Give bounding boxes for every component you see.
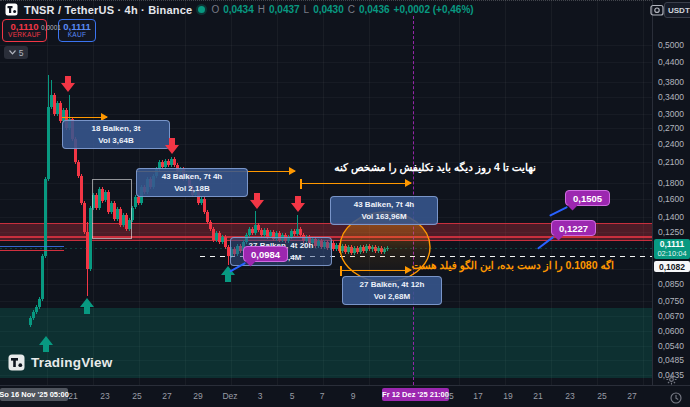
candle [77,162,80,176]
bar-countdown: 02:10:04 [654,250,690,258]
price-axis-tick: 0,1600 [658,194,684,204]
date-range-box[interactable]: 43 Balken, 7t 4hVol 2,18B [136,168,248,197]
object-tree-collapse-button[interactable]: 5 [4,46,28,59]
collapsed-count: 5 [19,48,24,58]
candle [206,212,209,222]
ohlc-low-value: 0,0430 [313,4,344,15]
spread-value: 0,0001 [41,24,58,31]
sell-label: VERKAUF [8,32,41,39]
annotation-note[interactable]: اگه 0.1080 را از دست بده، این الگو فیلد … [411,259,614,271]
range-bars-text: 43 Balken, 7t 4h [142,171,242,183]
gear-icon [666,374,677,385]
price-axis-tick: 0,1250 [658,227,684,237]
buy-signal-arrow[interactable] [39,336,53,352]
chart-surface[interactable]: 18 Balken, 3tVol 3,64B43 Balken, 7t 4hVo… [0,0,652,385]
ohlc-close-value: 0,0436 [359,4,390,15]
time-axis-tick: 23 [565,391,574,401]
sell-signal-arrow[interactable] [291,196,305,212]
arrow-up-icon [80,298,94,314]
arrow-down-icon [165,138,179,154]
sell-signal-arrow[interactable] [165,138,179,154]
date-range-box[interactable]: 18 Balken, 3tVol 3,64B [62,120,170,149]
symbol-title[interactable]: TNSR / TetherUS · 4h · Binance [24,4,192,16]
candle [83,203,86,232]
arrowhead-right-icon [405,179,412,187]
measure-arrow[interactable] [341,270,411,271]
screenshot-button[interactable] [650,3,664,17]
candle [44,179,47,256]
grid-hline [0,114,652,115]
first-bar-time-stamp: So 16 Nov '25 05:00 [0,388,68,401]
range-bars-text: 27 Balken, 4t 12h [348,279,436,291]
time-axis-tick: 27 [627,391,636,401]
price-axis-tick: 0,3800 [658,77,684,87]
grid-hline [0,45,652,46]
current-price-axis-label: 0,1111 02:10:04 [654,239,690,259]
time-axis-tick: 27 [162,391,171,401]
buy-signal-arrow[interactable] [80,298,94,314]
chart-header: TNSR / TetherUS · 4h · Binance O0,0434 H… [5,3,474,16]
price-tag[interactable]: 0,1505 [565,190,610,206]
price-axis-tick: 0,3000 [658,109,684,119]
measure-arrow[interactable] [301,183,411,184]
date-range-box[interactable]: 43 Balken, 7t 4hVol 163,96M [330,196,438,225]
arrow-down-icon [291,196,305,212]
range-volume-text: Vol 3,64B [68,135,164,147]
market-open-dot-icon [198,6,205,13]
buy-label: KAUF [68,32,87,39]
candle [80,176,83,204]
ohlc-readout: O0,0434 H0,0437 L0,0430 C0,0436 +0,0002 … [211,4,473,15]
measure-start-tick [300,179,302,189]
arrow-up-icon [39,336,53,352]
measure-arrow[interactable] [62,117,107,118]
time-axis-tick: 21 [533,391,542,401]
candle [32,312,35,318]
sell-signal-arrow[interactable] [250,193,264,209]
price-axis-tick: 0,0540 [658,341,684,351]
time-axis-tick: 7 [320,391,325,401]
price-axis-tick: 0,2700 [658,123,684,133]
clock-icon [670,392,682,404]
candle [41,256,44,300]
price-axis-tick: 0,3400 [658,92,684,102]
time-axis-tick: 17 [473,391,482,401]
time-axis[interactable]: So 16 Nov '25 05:00 Fr 12 Dez '25 21:00 … [0,385,690,407]
chevron-down-icon [9,50,16,55]
grid-hline [0,97,652,98]
ohlc-low-label: L [304,4,310,15]
camera-icon [650,3,664,17]
sell-signal-arrow[interactable] [61,76,75,92]
price-axis[interactable]: 0,1111 02:10:04 0,1082 0,50000,44000,380… [652,0,690,385]
price-axis-tick: 0,0670 [658,311,684,321]
time-axis-tick: 19 [503,391,512,401]
ohlc-open-value: 0,0434 [223,4,254,15]
price-tag[interactable]: 0,0984 [243,246,288,262]
range-volume-text: Vol 163,96M [336,211,432,223]
price-axis-tick: 0,0850 [658,279,684,289]
measure-rect[interactable] [92,179,132,239]
price-axis-tick: 0,5000 [658,40,684,50]
tradingview-watermark: TradingView [8,354,112,371]
currency-selector-button[interactable]: USDT ▾ [664,2,690,18]
grid-hline [0,82,652,83]
session-break-time-stamp: Fr 12 Dez '25 21:00 [382,388,449,401]
annotation-note[interactable]: نهایت تا 4 روز دیگه باید تکلیفش را مشخص … [334,161,536,173]
time-axis-tick: 21 [68,391,77,401]
arrowhead-right-icon [289,167,296,175]
price-axis-tick: 0,4400 [658,57,684,67]
tradingview-logo-icon [8,354,25,371]
ohlc-high-value: 0,0437 [269,4,300,15]
time-axis-tick: 29 [193,391,202,401]
price-axis-tick: 0,2100 [658,157,684,167]
price-tag[interactable]: 0,1227 [551,220,596,236]
price-axis-tick: 0,1800 [658,178,684,188]
price-axis-tick: 0,0485 [658,355,684,365]
buy-button[interactable]: 0,1111 KAUF [58,19,96,42]
time-axis-tick: 5 [290,391,295,401]
candle [35,307,38,313]
price-axis-tick: 0,1400 [658,212,684,222]
watermark-label: TradingView [31,355,112,370]
date-range-box[interactable]: 27 Balken, 4t 12hVol 2,68M [342,276,442,305]
ohlc-close-label: C [348,4,355,15]
timezone-button[interactable] [670,390,682,407]
